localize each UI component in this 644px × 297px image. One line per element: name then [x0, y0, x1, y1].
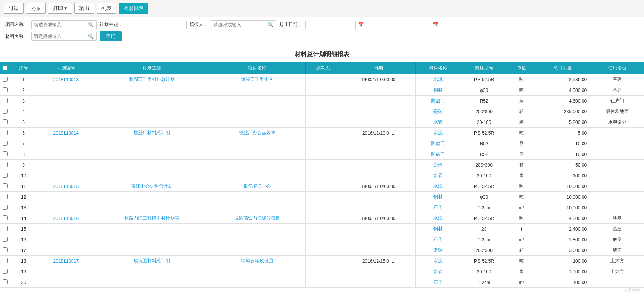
- row-material[interactable]: 水泥: [416, 128, 460, 138]
- row-checkbox-cell[interactable]: [0, 170, 10, 181]
- row-checkbox[interactable]: [3, 141, 8, 146]
- row-material[interactable]: 石子: [416, 202, 460, 213]
- row-project[interactable]: 螺丝厂办公室装饰: [209, 128, 305, 138]
- row-checkbox-cell[interactable]: [0, 256, 10, 266]
- row-material[interactable]: 瓷砖: [416, 160, 460, 170]
- row-plan-no[interactable]: 2018110017: [37, 256, 95, 266]
- row-checkbox[interactable]: [3, 109, 8, 114]
- row-checkbox[interactable]: [3, 237, 8, 242]
- row-checkbox[interactable]: [3, 247, 8, 252]
- row-checkbox-cell[interactable]: [0, 277, 10, 288]
- row-material[interactable]: 防盗门: [416, 138, 460, 149]
- row-checkbox-cell[interactable]: [0, 160, 10, 170]
- row-checkbox[interactable]: [3, 162, 8, 167]
- row-plan-no[interactable]: 2018110013: [37, 74, 95, 85]
- row-checkbox[interactable]: [3, 173, 8, 178]
- row-plan-no[interactable]: 2018110015: [37, 181, 95, 192]
- row-material[interactable]: 钢材: [416, 192, 460, 202]
- row-checkbox-cell[interactable]: [0, 128, 10, 138]
- project-label: 项目名称：: [5, 21, 28, 28]
- row-material[interactable]: 水泥: [416, 74, 460, 85]
- row-checkbox[interactable]: [3, 98, 8, 103]
- table-wrap: 序号 计划编号 计划主题 项目名称 编制人 日期 材料名称 规格型号 单位 总计…: [0, 62, 644, 288]
- row-checkbox-cell[interactable]: [0, 181, 10, 192]
- project-search-icon[interactable]: 🔍: [85, 21, 96, 29]
- plan-input[interactable]: [126, 21, 187, 29]
- row-checkbox-cell[interactable]: [0, 192, 10, 202]
- row-checkbox-cell[interactable]: [0, 74, 10, 85]
- row-checkbox-cell[interactable]: [0, 138, 10, 149]
- row-material[interactable]: 水泥: [416, 181, 460, 192]
- row-plan-theme[interactable]: 龙湖三千里材料总计划: [95, 74, 209, 85]
- restore-button[interactable]: 还原: [26, 3, 46, 14]
- row-plan-theme[interactable]: 滨江中心材料总计划: [95, 181, 209, 192]
- row-checkbox[interactable]: [3, 77, 8, 82]
- material-search-icon[interactable]: 🔍: [85, 32, 96, 40]
- row-checkbox-cell[interactable]: [0, 149, 10, 160]
- reporter-input[interactable]: [211, 21, 265, 29]
- row-plan-theme[interactable]: 铁路内江工程段主材计划表: [95, 213, 209, 224]
- row-material[interactable]: 水管: [416, 117, 460, 128]
- row-checkbox-cell[interactable]: [0, 202, 10, 213]
- row-checkbox-cell[interactable]: [0, 85, 10, 96]
- row-checkbox-cell[interactable]: [0, 117, 10, 128]
- row-material[interactable]: 石子: [416, 234, 460, 245]
- print-button[interactable]: 打印: [48, 3, 72, 14]
- row-checkbox-cell[interactable]: [0, 266, 10, 277]
- row-editor: [305, 266, 341, 277]
- row-plan-no[interactable]: 2018110014: [37, 128, 95, 138]
- row-checkbox[interactable]: [3, 119, 8, 124]
- filter-button[interactable]: 过滤: [4, 3, 24, 14]
- query-button[interactable]: 查询: [100, 31, 122, 41]
- reporter-search-icon[interactable]: 🔍: [265, 21, 276, 29]
- row-project[interactable]: 成渝高铁内江标段项目: [209, 213, 305, 224]
- row-checkbox[interactable]: [3, 130, 8, 135]
- row-plan-theme: [95, 170, 209, 181]
- row-material[interactable]: 瓷砖: [416, 245, 460, 256]
- date-start-icon[interactable]: 📅: [355, 21, 366, 29]
- row-checkbox[interactable]: [3, 183, 8, 188]
- row-material[interactable]: 钢材: [416, 85, 460, 96]
- project-input[interactable]: [32, 21, 85, 29]
- row-checkbox[interactable]: [3, 215, 8, 220]
- date-end-input[interactable]: [380, 21, 430, 29]
- row-material[interactable]: 石子: [416, 277, 460, 288]
- select-all-checkbox[interactable]: [3, 65, 8, 70]
- row-checkbox[interactable]: [3, 194, 8, 199]
- row-material[interactable]: 瓷砖: [416, 106, 460, 117]
- row-checkbox[interactable]: [3, 226, 8, 231]
- row-checkbox-cell[interactable]: [0, 234, 10, 245]
- row-checkbox-cell[interactable]: [0, 96, 10, 106]
- row-checkbox[interactable]: [3, 205, 8, 210]
- row-material[interactable]: 水管: [416, 170, 460, 181]
- row-plan-theme[interactable]: 玫瑰园材料总计划: [95, 256, 209, 266]
- list-button[interactable]: 列表: [97, 3, 116, 14]
- row-project[interactable]: 龙湖三千里小区: [209, 74, 305, 85]
- row-material[interactable]: 防盗门: [416, 149, 460, 160]
- row-checkbox[interactable]: [3, 258, 8, 263]
- row-checkbox-cell[interactable]: [0, 213, 10, 224]
- row-checkbox[interactable]: [3, 279, 8, 284]
- row-checkbox-cell[interactable]: [0, 106, 10, 117]
- row-material[interactable]: 防盗门: [416, 96, 460, 106]
- material-input[interactable]: [32, 32, 85, 40]
- chart-button[interactable]: 图形报表: [119, 3, 148, 14]
- row-checkbox-cell[interactable]: [0, 245, 10, 256]
- date-start-input[interactable]: [306, 21, 355, 29]
- row-material[interactable]: 水管: [416, 266, 460, 277]
- row-checkbox-cell[interactable]: [0, 224, 10, 234]
- row-material[interactable]: 水泥: [416, 256, 460, 266]
- date-end-icon[interactable]: 📅: [430, 21, 441, 29]
- row-material[interactable]: 水泥: [416, 213, 460, 224]
- row-project[interactable]: 绿城云栖玫瑰园: [209, 256, 305, 266]
- row-checkbox[interactable]: [3, 269, 8, 274]
- row-plan-theme[interactable]: 螺丝厂材料总计划: [95, 128, 209, 138]
- row-plan-no[interactable]: 2018110016: [37, 213, 95, 224]
- row-checkbox[interactable]: [3, 87, 8, 92]
- row-checkbox[interactable]: [3, 151, 8, 156]
- export-button[interactable]: 输出: [74, 3, 94, 14]
- row-qty: 50.00: [535, 160, 591, 170]
- header-checkbox[interactable]: [0, 62, 10, 74]
- row-material[interactable]: 钢材: [416, 224, 460, 234]
- row-project[interactable]: 银亿滨江中心: [209, 181, 305, 192]
